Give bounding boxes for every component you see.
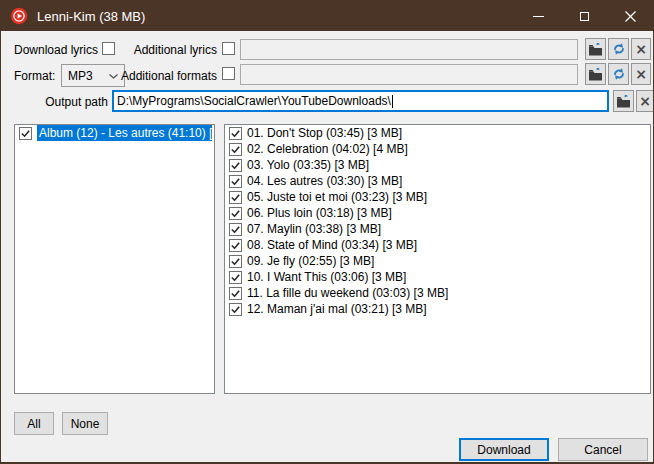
track-row[interactable]: 09. Je fly (02:55) [3 MB] — [225, 253, 650, 269]
albums-listbox[interactable]: Album (12) - Les autres (41:10) [38 MB] — [14, 124, 215, 394]
maximize-button[interactable] — [561, 1, 607, 31]
track-row[interactable]: 01. Don't Stop (03:45) [3 MB] — [225, 125, 650, 141]
track-row[interactable]: 11. La fille du weekend (03:03) [3 MB] — [225, 285, 650, 301]
clear-output-path-button[interactable]: × — [636, 90, 654, 112]
track-row[interactable]: 02. Celebration (04:02) [4 MB] — [225, 141, 650, 157]
track-label: 10. I Want This (03:06) [3 MB] — [247, 270, 406, 284]
x-icon: × — [635, 42, 647, 56]
track-row[interactable]: 12. Maman j'ai mal (03:21) [3 MB] — [225, 301, 650, 317]
track-row[interactable]: 04. Les autres (03:30) [3 MB] — [225, 173, 650, 189]
open-folder-icon — [588, 43, 603, 56]
minimize-button[interactable] — [515, 1, 561, 31]
additional-formats-field[interactable] — [240, 64, 578, 85]
track-checkbox[interactable] — [229, 255, 242, 268]
select-none-button[interactable]: None — [62, 412, 108, 435]
browse-formats-button[interactable] — [585, 63, 606, 85]
track-label: 02. Celebration (04:02) [4 MB] — [247, 142, 408, 156]
track-label: 07. Maylin (03:38) [3 MB] — [247, 222, 381, 236]
additional-lyrics-label: Additional lyrics — [129, 43, 217, 57]
download-lyrics-checkbox[interactable] — [102, 42, 115, 55]
album-label: Album (12) - Les autres (41:10) [38 MB] — [37, 125, 212, 141]
track-label: 03. Yolo (03:35) [3 MB] — [247, 158, 369, 172]
open-folder-icon — [616, 95, 631, 108]
track-row[interactable]: 05. Juste toi et moi (03:23) [3 MB] — [225, 189, 650, 205]
track-checkbox[interactable] — [229, 175, 242, 188]
clear-formats-button[interactable]: × — [631, 63, 651, 85]
track-checkbox[interactable] — [229, 287, 242, 300]
chevron-down-icon — [109, 74, 118, 79]
clear-lyrics-button[interactable]: × — [631, 38, 651, 60]
additional-formats-checkbox[interactable] — [222, 67, 235, 80]
text-caret — [392, 95, 393, 108]
maximize-icon — [580, 12, 589, 21]
download-button[interactable]: Download — [459, 438, 549, 461]
youtube-music-icon — [10, 7, 28, 25]
track-label: 09. Je fly (02:55) [3 MB] — [247, 254, 374, 268]
open-folder-icon — [588, 68, 603, 81]
track-checkbox[interactable] — [229, 207, 242, 220]
track-checkbox[interactable] — [229, 127, 242, 140]
track-label: 05. Juste toi et moi (03:23) [3 MB] — [247, 190, 427, 204]
additional-formats-label: Additional formats — [121, 69, 217, 83]
format-value: MP3 — [68, 69, 93, 83]
additional-lyrics-checkbox[interactable] — [222, 42, 235, 55]
track-checkbox[interactable] — [229, 143, 242, 156]
output-path-label: Output path — [41, 95, 108, 109]
track-checkbox[interactable] — [229, 239, 242, 252]
app-window: Lenni-Kim (38 MB) Download lyrics Additi… — [0, 0, 654, 464]
browse-lyrics-button[interactable] — [585, 38, 606, 60]
minimize-icon — [533, 16, 544, 17]
download-lyrics-label: Download lyrics — [14, 43, 98, 57]
track-label: 12. Maman j'ai mal (03:21) [3 MB] — [247, 302, 427, 316]
x-icon: × — [639, 94, 651, 108]
window-title: Lenni-Kim (38 MB) — [37, 9, 515, 24]
titlebar: Lenni-Kim (38 MB) — [1, 1, 653, 31]
additional-lyrics-field[interactable] — [240, 39, 578, 60]
track-label: 08. State of Mind (03:34) [3 MB] — [247, 238, 417, 252]
format-combobox[interactable]: MP3 — [61, 64, 125, 87]
track-checkbox[interactable] — [229, 159, 242, 172]
track-row[interactable]: 10. I Want This (03:06) [3 MB] — [225, 269, 650, 285]
browse-output-path-button[interactable] — [613, 90, 634, 112]
refresh-formats-button[interactable] — [608, 63, 629, 85]
track-row[interactable]: 07. Maylin (03:38) [3 MB] — [225, 221, 650, 237]
track-label: 06. Plus loin (03:18) [3 MB] — [247, 206, 392, 220]
format-label: Format: — [14, 69, 55, 83]
album-row[interactable]: Album (12) - Les autres (41:10) [38 MB] — [15, 125, 214, 141]
album-checkbox[interactable] — [19, 127, 32, 140]
cancel-button[interactable]: Cancel — [558, 438, 648, 461]
track-label: 01. Don't Stop (03:45) [3 MB] — [247, 126, 402, 140]
track-checkbox[interactable] — [229, 303, 242, 316]
sync-icon — [612, 67, 626, 81]
refresh-lyrics-button[interactable] — [608, 38, 629, 60]
select-all-button[interactable]: All — [14, 412, 54, 435]
output-path-value: D:\MyPrograms\SocialCrawler\YouTubeDownl… — [117, 94, 391, 108]
tracks-listbox[interactable]: 01. Don't Stop (03:45) [3 MB] 02. Celebr… — [224, 124, 651, 394]
track-row[interactable]: 06. Plus loin (03:18) [3 MB] — [225, 205, 650, 221]
close-button[interactable] — [607, 1, 653, 31]
x-icon: × — [635, 67, 647, 81]
close-icon — [625, 11, 636, 22]
track-row[interactable]: 08. State of Mind (03:34) [3 MB] — [225, 237, 650, 253]
sync-icon — [612, 42, 626, 56]
output-path-input[interactable]: D:\MyPrograms\SocialCrawler\YouTubeDownl… — [112, 90, 609, 112]
track-checkbox[interactable] — [229, 191, 242, 204]
track-label: 11. La fille du weekend (03:03) [3 MB] — [247, 286, 448, 300]
track-checkbox[interactable] — [229, 223, 242, 236]
track-row[interactable]: 03. Yolo (03:35) [3 MB] — [225, 157, 650, 173]
track-label: 04. Les autres (03:30) [3 MB] — [247, 174, 402, 188]
track-checkbox[interactable] — [229, 271, 242, 284]
